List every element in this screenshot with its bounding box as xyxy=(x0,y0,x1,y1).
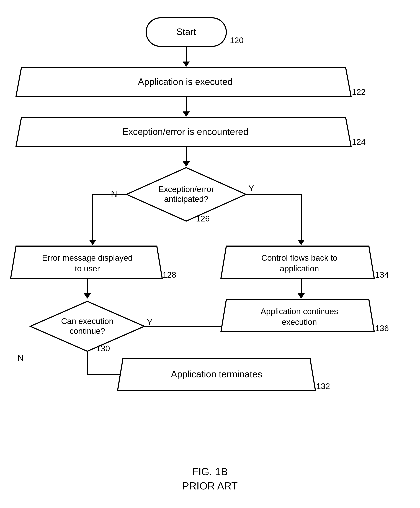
arrowhead-to-130 xyxy=(84,293,91,299)
arrowhead-to-128 xyxy=(89,240,96,245)
node-128-line2: to user xyxy=(75,264,100,273)
label-n-left: N xyxy=(111,189,117,198)
node-134-line2: application xyxy=(280,264,319,273)
node-132-label: Application terminates xyxy=(171,369,262,379)
arrowhead-to-134 xyxy=(298,240,305,245)
node-134-ref: 134 xyxy=(375,270,389,279)
node-130-ref: 130 xyxy=(96,344,110,353)
start-ref: 120 xyxy=(230,36,243,45)
arrowhead-124-to-126 xyxy=(183,161,190,167)
arrowhead-start-to-122 xyxy=(183,61,190,67)
label-n-bottom: N xyxy=(17,353,24,363)
caption-subtitle: PRIOR ART xyxy=(182,480,238,492)
node-136-ref: 136 xyxy=(375,324,389,333)
node-128-line1: Error message displayed xyxy=(42,253,133,262)
node-124-ref: 124 xyxy=(352,137,366,147)
node-122-ref: 122 xyxy=(352,87,366,97)
node-132-ref: 132 xyxy=(316,381,330,391)
node-128-ref: 128 xyxy=(162,270,176,279)
arrowhead-to-136 xyxy=(298,293,305,299)
label-y-right2: Y xyxy=(147,317,153,327)
node-130-line2: continue? xyxy=(69,326,105,336)
node-122-label: Application is executed xyxy=(138,76,233,87)
node-136-line1: Application continues xyxy=(261,307,338,316)
node-130-line1: Can execution xyxy=(61,316,113,326)
flowchart-diagram: Start 120 Application is executed 122 Ex… xyxy=(0,0,420,508)
node-124-label: Exception/error is encountered xyxy=(122,127,248,137)
label-y-right: Y xyxy=(248,184,254,193)
node-126-ref: 126 xyxy=(196,214,210,223)
node-126-line2: anticipated? xyxy=(164,194,208,204)
arrowhead-122-to-124 xyxy=(183,112,190,117)
start-label: Start xyxy=(177,27,196,37)
caption-title: FIG. 1B xyxy=(192,466,228,477)
node-126-line1: Exception/error xyxy=(158,185,214,194)
node-134-line1: Control flows back to xyxy=(261,253,338,262)
node-136-line2: execution xyxy=(282,317,317,327)
